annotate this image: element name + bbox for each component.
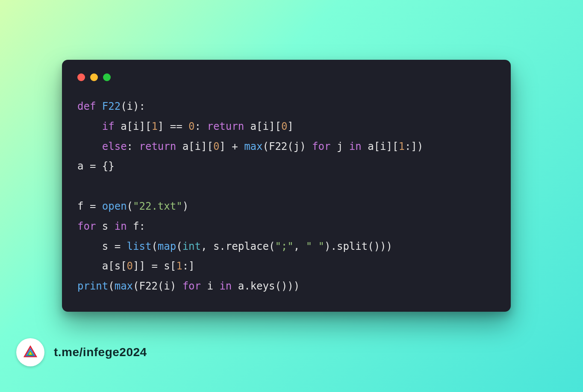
channel-link: t.me/infege2024 (54, 345, 147, 359)
code-window: def F22(i): if a[i][1] == 0: return a[i]… (62, 60, 511, 312)
maximize-icon (103, 73, 111, 81)
logo-icon (23, 345, 38, 360)
window-controls (77, 73, 495, 81)
channel-badge (16, 338, 44, 366)
close-icon (77, 73, 85, 81)
footer: t.me/infege2024 (16, 338, 147, 366)
minimize-icon (90, 73, 98, 81)
code-block: def F22(i): if a[i][1] == 0: return a[i]… (77, 97, 495, 296)
